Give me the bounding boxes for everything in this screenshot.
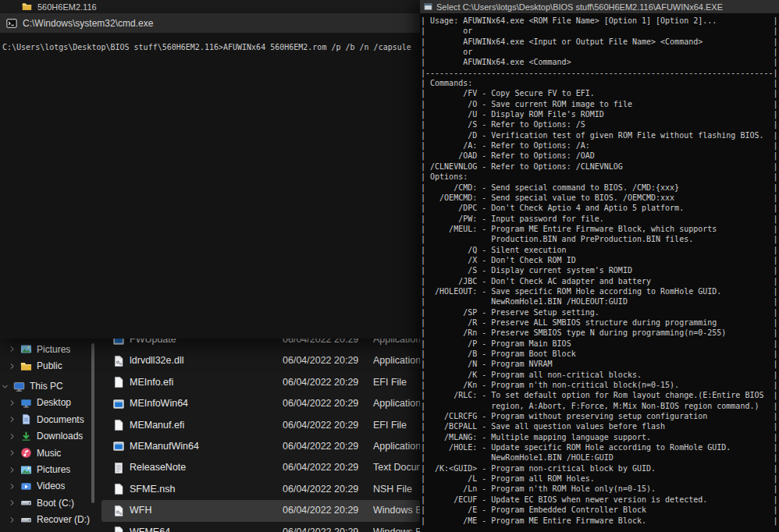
file-icon <box>112 462 125 474</box>
cmd-titlebar[interactable]: C:\Windows\system32\cmd.exe <box>0 13 422 33</box>
file-date-modified: 06/04/2022 20:29 <box>283 393 370 414</box>
cmd-body[interactable]: C:\Users\lotgs\Desktop\BIOS stuff\560H6E… <box>0 33 422 52</box>
folder-icon <box>22 2 32 12</box>
file-row-memanuf-efi[interactable]: MEManuf.efi 06/04/2022 20:29 EFI File <box>101 415 420 436</box>
file-icon <box>112 376 125 388</box>
file-icon <box>112 526 125 532</box>
file-date-modified: 06/04/2022 20:29 <box>283 350 370 371</box>
file-date-modified: 06/04/2022 20:29 <box>283 436 370 457</box>
sidebar-item-label: Videos <box>37 481 65 491</box>
file-icon <box>112 440 125 452</box>
file-icon <box>112 483 125 495</box>
file-type: EFI File <box>373 372 420 393</box>
sidebar-item-icon <box>20 514 32 526</box>
chevron-icon[interactable] <box>9 466 16 473</box>
chevron-icon[interactable] <box>9 449 16 456</box>
file-icon <box>112 355 125 367</box>
file-name: ReleaseNote <box>130 457 279 478</box>
chevron-icon[interactable] <box>9 399 16 406</box>
sidebar-item-label: Boot (C:) <box>37 498 74 509</box>
file-row-wfme64[interactable]: WFME64 06/04/2022 20:29 Windows Batch Fi… <box>101 522 420 532</box>
file-date-modified: 06/04/2022 20:29 <box>283 479 370 500</box>
file-row-memanufwin64[interactable]: MEManufWin64 06/04/2022 20:29 Applicatio… <box>101 436 420 457</box>
sidebar-item-boot-c-[interactable]: Boot (C:) <box>0 495 98 511</box>
sidebar-item-icon <box>20 397 32 409</box>
console-title: Select C:\Users\lotgs\Desktop\BIOS stuff… <box>436 2 723 12</box>
sidebar-item-label: Downloads <box>37 431 83 442</box>
sidebar-item-downloads[interactable]: Downloads <box>0 428 98 445</box>
console-titlebar[interactable]: Select C:\Users\lotgs\Desktop\BIOS stuff… <box>420 0 779 13</box>
file-type: Windows Batch File <box>373 500 420 521</box>
sidebar-item-documents[interactable]: Documents <box>0 411 98 427</box>
sidebar-item-this-pc[interactable]: This PC <box>0 378 98 394</box>
sidebar-item-icon <box>20 413 32 425</box>
file-date-modified: 06/04/2022 20:29 <box>283 415 370 436</box>
sidebar-item-label: Documents <box>37 414 84 425</box>
cmd-prompt-line: C:\Users\lotgs\Desktop\BIOS stuff\560H6E… <box>0 33 422 52</box>
sidebar-item-videos[interactable]: Videos <box>0 478 98 495</box>
sidebar-item-label: Pictures <box>37 464 70 475</box>
chevron-icon[interactable] <box>9 433 16 440</box>
file-name: MEInfoWin64 <box>130 393 279 414</box>
file-row-meinfo-efi[interactable]: MEInfo.efi 06/04/2022 20:29 EFI File <box>101 372 420 393</box>
cmd-title: C:\Windows\system32\cmd.exe <box>23 18 153 29</box>
console-output: | Usage: AFUWINx64.exe <ROM File Name> [… <box>420 13 779 526</box>
file-row-wfh[interactable]: WFH 06/04/2022 20:29 Windows Batch File <box>101 500 420 521</box>
cmd-icon <box>6 18 17 29</box>
sidebar-item-icon <box>20 431 32 442</box>
sidebar-item-label: Recover (D:) <box>37 514 90 525</box>
file-name: SFME.nsh <box>130 479 279 500</box>
file-name: ldrvdll32e.dll <box>130 350 279 371</box>
file-name: MEManuf.efi <box>130 415 279 436</box>
file-row-sfme-nsh[interactable]: SFME.nsh 06/04/2022 20:29 NSH File <box>101 479 420 500</box>
file-name: MEInfo.efi <box>130 372 279 393</box>
file-row-releasenote[interactable]: ReleaseNote 06/04/2022 20:29 Text Docume… <box>101 457 420 478</box>
file-name: WFH <box>130 500 279 521</box>
file-date-modified: 06/04/2022 20:29 <box>283 500 370 521</box>
file-type: Application <box>373 393 420 414</box>
chevron-icon[interactable] <box>9 499 16 506</box>
chevron-icon[interactable] <box>9 416 16 423</box>
explorer-sidebar: Pictures Public This PC Desktop Document… <box>0 341 98 528</box>
chevron-icon[interactable] <box>2 383 9 390</box>
file-type: EFI File <box>373 415 420 436</box>
file-icon <box>112 419 125 431</box>
sidebar-item-icon <box>20 360 32 372</box>
sidebar-item-pictures[interactable]: Pictures <box>0 341 98 357</box>
file-type: Windows Batch File <box>373 522 420 532</box>
sidebar-item-label: Desktop <box>37 397 71 408</box>
file-date-modified: 06/04/2022 20:29 <box>283 372 370 393</box>
sidebar-item-recover-d-[interactable]: Recover (D:) <box>0 512 98 528</box>
sidebar-item-music[interactable]: Music <box>0 445 98 461</box>
console-window-icon <box>424 2 432 11</box>
sidebar-item-icon <box>20 447 32 459</box>
chevron-icon[interactable] <box>9 346 16 353</box>
chevron-icon[interactable] <box>9 363 16 370</box>
sidebar-item-label: This PC <box>30 381 63 392</box>
sidebar-item-public[interactable]: Public <box>0 357 98 374</box>
file-date-modified: 06/04/2022 20:29 <box>283 457 370 478</box>
cmd-window: C:\Windows\system32\cmd.exe C:\Users\lot… <box>0 13 422 339</box>
chevron-icon[interactable] <box>9 516 16 523</box>
file-row-ldrvdll32e-dll[interactable]: ldrvdll32e.dll 06/04/2022 20:29 Applicat… <box>101 350 420 371</box>
explorer-tab-title: 560H6EM2.116 <box>37 2 97 12</box>
file-name: MEManufWin64 <box>130 436 279 457</box>
sidebar-item-icon <box>20 481 32 492</box>
sidebar-item-label: Pictures <box>37 344 70 355</box>
file-type: Text Document <box>373 457 420 478</box>
file-type: Application <box>373 436 420 457</box>
afuwin-console-window: Select C:\Users\lotgs\Desktop\BIOS stuff… <box>420 0 779 532</box>
file-icon <box>112 398 125 410</box>
file-type: NSH File <box>373 479 420 500</box>
sidebar-item-desktop[interactable]: Desktop <box>0 395 98 411</box>
sidebar-item-label: Music <box>37 448 61 459</box>
sidebar-item-label: Public <box>37 360 62 371</box>
explorer-file-list: FWUpdate 06/04/2022 20:29 Application ld… <box>101 329 420 532</box>
sidebar-scrollbar[interactable] <box>91 343 94 503</box>
console-body[interactable]: | Usage: AFUWINx64.exe <ROM File Name> [… <box>420 13 779 526</box>
chevron-icon[interactable] <box>9 483 16 490</box>
sidebar-item-pictures[interactable]: Pictures <box>0 461 98 477</box>
sidebar-item-icon <box>20 343 32 355</box>
file-row-meinfowin64[interactable]: MEInfoWin64 06/04/2022 20:29 Application <box>101 393 420 414</box>
file-name: WFME64 <box>130 522 279 532</box>
